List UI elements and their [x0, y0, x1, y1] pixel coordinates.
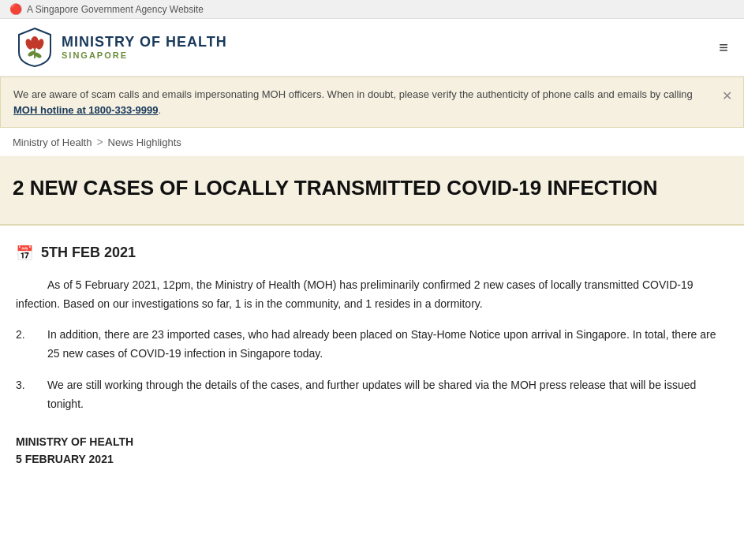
moh-logo-icon: [16, 27, 54, 68]
country-label: SINGAPORE: [62, 50, 227, 61]
article-body: 📅 5TH FEB 2021 As of 5 February 2021, 12…: [0, 226, 744, 487]
article-date-text: 5TH FEB 2021: [41, 245, 136, 261]
para-text-3: We are still working through the details…: [47, 376, 728, 414]
article-paragraph-3: 3. We are still working through the deta…: [16, 376, 728, 414]
article-paragraph-2: 2. In addition, there are 23 imported ca…: [16, 326, 728, 364]
gov-bar: 🔴 A Singapore Government Agency Website: [0, 0, 744, 19]
alert-close-button[interactable]: ✕: [722, 87, 732, 106]
menu-button[interactable]: ≡: [719, 39, 728, 57]
site-header: MINISTRY OF HEALTH SINGAPORE ≡: [0, 19, 744, 77]
page-title: 2 NEW CASES OF LOCALLY TRANSMITTED COVID…: [13, 175, 723, 202]
gov-bar-text: A Singapore Government Agency Website: [27, 4, 204, 15]
org-name: MINISTRY OF HEALTH: [62, 34, 227, 51]
logo-area: MINISTRY OF HEALTH SINGAPORE: [16, 27, 227, 68]
gov-bar-icon: 🔴: [9, 3, 22, 15]
breadcrumb-home-link[interactable]: Ministry of Health: [13, 136, 92, 148]
breadcrumb-separator: >: [96, 136, 103, 148]
logo-text: MINISTRY OF HEALTH SINGAPORE: [62, 34, 227, 62]
article-footer: MINISTRY OF HEALTH 5 FEBRUARY 2021: [16, 433, 728, 469]
alert-banner: We are aware of scam calls and emails im…: [0, 77, 744, 128]
article-paragraph-1: As of 5 February 2021, 12pm, the Ministr…: [16, 276, 728, 314]
para-num-2: 2.: [16, 326, 47, 364]
footer-date: 5 FEBRUARY 2021: [16, 450, 728, 468]
para-num-3: 3.: [16, 376, 47, 414]
alert-hotline-link[interactable]: MOH hotline at 1800-333-9999: [13, 104, 159, 116]
para-text-2: In addition, there are 23 imported cases…: [47, 326, 728, 364]
breadcrumb-current: News Highlights: [108, 136, 181, 148]
footer-org-name: MINISTRY OF HEALTH: [16, 433, 728, 450]
article-date: 📅 5TH FEB 2021: [16, 245, 728, 262]
calendar-icon: 📅: [16, 245, 33, 262]
alert-text: We are aware of scam calls and emails im…: [13, 88, 693, 116]
breadcrumb: Ministry of Health > News Highlights: [0, 128, 744, 156]
page-title-section: 2 NEW CASES OF LOCALLY TRANSMITTED COVID…: [0, 156, 744, 226]
